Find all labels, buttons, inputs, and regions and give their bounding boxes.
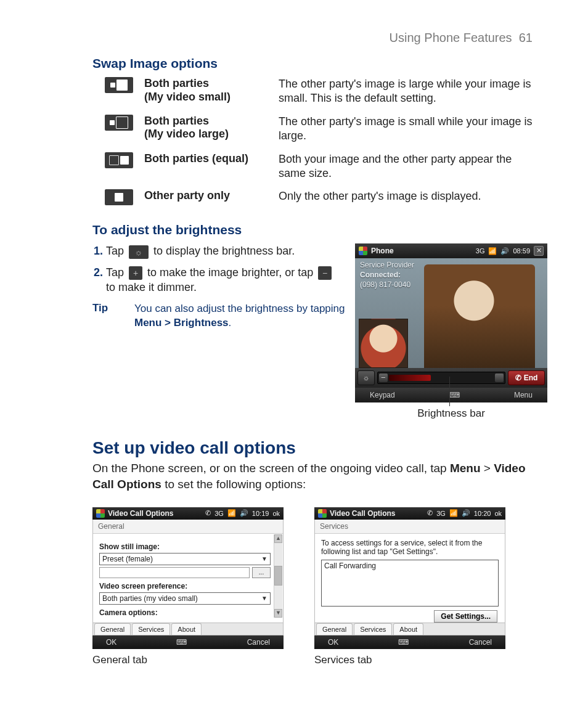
swap-option-row: Both parties(My video large) The other p…: [105, 115, 533, 144]
caption-general-tab: General tab: [92, 654, 284, 666]
tab-about[interactable]: About: [393, 623, 423, 635]
signal-icon: 📶: [488, 247, 497, 255]
close-icon[interactable]: ✕: [534, 246, 544, 256]
network-indicator: 3G: [214, 510, 224, 517]
keyboard-icon[interactable]: ⌨: [398, 638, 409, 647]
step-2: Tap + to make the image brighter, or tap…: [106, 265, 345, 295]
dialog-title: Video Call Options: [108, 509, 173, 518]
volume-icon[interactable]: 🔊: [240, 509, 248, 517]
label-show-still-image: Show still image:: [99, 542, 271, 551]
dialog-title: Video Call Options: [330, 509, 395, 518]
scrollbar[interactable]: ▲▼: [274, 534, 282, 618]
softkey-right[interactable]: Menu: [514, 391, 533, 399]
dialog-services-wrapper: Video Call Options ✆ 3G 📶 🔊 10:20 ok Ser…: [314, 507, 505, 666]
swap-option-row: Both parties(My video small) The other p…: [105, 77, 533, 106]
dialog-services: Video Call Options ✆ 3G 📶 🔊 10:20 ok Ser…: [314, 507, 505, 649]
heading-adjust-brightness: To adjust the brightness: [92, 223, 533, 237]
swap-option-label: Both parties(My video small): [144, 77, 267, 104]
swap-option-description: Both your image and the other party appe…: [279, 152, 533, 181]
ok-button[interactable]: ok: [272, 510, 280, 517]
label-camera-options: Camera options:: [99, 608, 271, 617]
minus-icon: −: [318, 266, 332, 280]
tab-strip: General Services About: [315, 623, 505, 635]
dialog-softkeys: OK ⌨ Cancel: [92, 635, 284, 649]
start-icon[interactable]: [96, 509, 105, 518]
caption-services-tab: Services tab: [314, 654, 505, 666]
phone-title-bar: Phone 3G 📶 🔊 08:59 ✕: [355, 243, 547, 258]
brightness-icon: ☼: [129, 245, 149, 259]
tab-general[interactable]: General: [316, 623, 353, 635]
label-video-screen-preference: Video screen preference:: [99, 582, 271, 590]
phone-icon: ✆: [515, 374, 521, 382]
volume-icon[interactable]: 🔊: [500, 247, 509, 255]
combo-preset[interactable]: Preset (female)▼: [99, 553, 271, 565]
tab-general[interactable]: General: [94, 623, 131, 635]
swap-option-label: Both parties(My video large): [144, 115, 267, 141]
tab-services[interactable]: Services: [132, 623, 170, 635]
clock: 10:20: [474, 510, 491, 517]
dialog-general-wrapper: Video Call Options ✆ 3G 📶 🔊 10:19 ok Gen…: [92, 507, 284, 666]
running-header: Using Phone Features 61: [92, 31, 533, 45]
signal-icon: 📶: [227, 509, 236, 517]
softkey-cancel[interactable]: Cancel: [469, 638, 492, 647]
ok-button[interactable]: ok: [494, 510, 502, 517]
local-video-pip: [359, 319, 408, 368]
brightness-bar-callout: Brightness bar: [355, 407, 547, 420]
swap-option-description: Only the other party's image is displaye…: [279, 189, 533, 203]
start-icon[interactable]: [359, 247, 367, 255]
control-bar: ☼ − + ✆ End: [355, 368, 547, 388]
call-icon: ✆: [205, 509, 211, 517]
section-name: Using Phone Features: [390, 31, 512, 44]
chevron-down-icon: ▼: [261, 595, 267, 602]
phone-screenshot: Phone 3G 📶 🔊 08:59 ✕ Service Provider: [355, 243, 547, 402]
page-number: 61: [519, 31, 533, 44]
tab-strip: General Services About: [93, 623, 283, 635]
softkey-ok[interactable]: OK: [106, 638, 116, 647]
services-list[interactable]: Call Forwarding: [321, 560, 499, 607]
clock: 10:19: [252, 510, 269, 517]
still-image-path-input[interactable]: [99, 567, 250, 578]
tab-about[interactable]: About: [171, 623, 202, 635]
browse-button[interactable]: ...: [252, 567, 271, 578]
plus-icon: +: [129, 266, 142, 280]
tab-services[interactable]: Services: [354, 623, 392, 635]
swap-option-description: The other party's image is large while y…: [279, 77, 533, 106]
app-title: Phone: [371, 247, 394, 255]
call-status: Service Provider Connected: (098) 817-00…: [360, 261, 414, 290]
step-1: Tap ☼ to display the brightness bar.: [106, 243, 345, 258]
swap-option-description: The other party's image is small while y…: [279, 115, 533, 144]
manual-page: Using Phone Features 61 Swap Image optio…: [0, 0, 588, 723]
brightness-steps-column: Tap ☼ to display the brightness bar. Tap…: [92, 243, 345, 330]
tip-label: Tip: [92, 302, 117, 330]
keyboard-icon[interactable]: ⌨: [176, 638, 187, 647]
tip: Tip You can also adjust the brightness b…: [92, 302, 345, 330]
swap-icon-other-only: [105, 189, 133, 205]
chevron-down-icon: ▼: [261, 555, 267, 562]
start-icon[interactable]: [318, 509, 327, 518]
softkey-bar: Keypad ⌨ Menu: [355, 388, 547, 402]
swap-option-label: Other party only: [144, 189, 267, 203]
dialog-general: Video Call Options ✆ 3G 📶 🔊 10:19 ok Gen…: [92, 507, 284, 649]
get-settings-button[interactable]: Get Settings...: [434, 610, 497, 623]
softkey-ok[interactable]: OK: [328, 638, 338, 647]
heading-setup-video-call-options: Set up video call options: [92, 438, 533, 458]
brightness-button[interactable]: ☼: [357, 370, 375, 385]
setup-paragraph: On the Phone screen, or on the screen of…: [92, 460, 533, 492]
volume-icon[interactable]: 🔊: [462, 509, 470, 517]
active-tab-label: Services: [315, 520, 505, 534]
list-item[interactable]: Call Forwarding: [324, 562, 496, 570]
brightness-slider[interactable]: − +: [377, 372, 505, 384]
services-hint: To access settings for a service, select…: [321, 539, 499, 556]
softkey-cancel[interactable]: Cancel: [247, 638, 270, 647]
keyboard-icon[interactable]: ⌨: [449, 391, 460, 399]
dialog-title-bar: Video Call Options ✆ 3G 📶 🔊 10:20 ok: [314, 507, 505, 520]
network-indicator: 3G: [436, 510, 446, 517]
softkey-left[interactable]: Keypad: [370, 391, 395, 399]
swap-option-label: Both parties (equal): [144, 152, 267, 166]
combo-screen-preference[interactable]: Both parties (my video small)▼: [99, 592, 271, 605]
active-tab-label: General: [93, 520, 283, 534]
network-indicator: 3G: [476, 247, 485, 255]
swap-icon-my-video-large: [105, 115, 133, 131]
end-call-button[interactable]: ✆ End: [508, 370, 545, 385]
call-icon: ✆: [427, 509, 433, 517]
